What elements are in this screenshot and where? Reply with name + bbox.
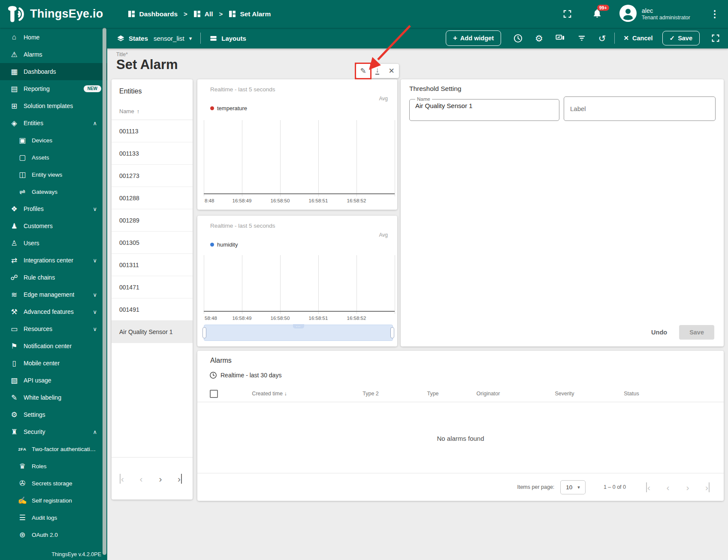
- entity-row[interactable]: 001273: [112, 165, 193, 187]
- alarms-timewindow[interactable]: Realtime - last 30 days: [209, 371, 281, 379]
- chart-legend[interactable]: temperature: [210, 105, 247, 111]
- save-dashboard-button[interactable]: ✓ Save: [662, 31, 700, 45]
- column-type-2[interactable]: Type 2: [362, 391, 379, 397]
- notifications-button[interactable]: 99+: [592, 8, 602, 20]
- states-control[interactable]: States sensor_list ▾: [117, 34, 192, 42]
- sidebar-item-oauth[interactable]: ⊛OAuth 2.0: [0, 526, 107, 543]
- chart-legend[interactable]: humidity: [210, 241, 238, 248]
- items-per-page-select[interactable]: 10 ▾: [560, 480, 586, 494]
- previous-page-button[interactable]: ‹: [663, 483, 673, 492]
- sidebar-item-home[interactable]: ⌂Home: [0, 29, 107, 46]
- column-severity[interactable]: Severity: [555, 391, 574, 397]
- column-created-time[interactable]: Created time ↓: [252, 391, 287, 397]
- first-page-button[interactable]: ‹: [117, 474, 127, 483]
- sidebar-item-gateways[interactable]: ⇌Gateways: [0, 183, 107, 200]
- version-history-button[interactable]: ↺: [598, 34, 606, 43]
- sidebar-item-reporting[interactable]: ▤ReportingNEW: [0, 80, 107, 97]
- sidebar-item-secrets-storage[interactable]: ✇Secrets storage: [0, 475, 107, 492]
- column-originator[interactable]: Originator: [477, 391, 500, 397]
- edge-management-icon: ≋: [9, 290, 20, 299]
- entity-row[interactable]: 001133: [112, 142, 193, 165]
- entity-row[interactable]: 001113: [112, 120, 193, 142]
- app-logo[interactable]: ThingsEye.io: [6, 5, 103, 23]
- x-tick: 16:58:51: [309, 316, 328, 321]
- save-threshold-button[interactable]: Save: [679, 325, 714, 340]
- avatar[interactable]: [619, 5, 637, 24]
- scrollbar-grip[interactable]: ⋯: [293, 324, 304, 328]
- next-page-button[interactable]: ›: [683, 483, 693, 492]
- sidebar-item-solution-templates[interactable]: ⊞Solution templates: [0, 97, 107, 114]
- sidebar-item-two-factor[interactable]: 2FATwo-factor authenticati…: [0, 440, 107, 458]
- sidebar-item-notification-center[interactable]: ⚑Notification center: [0, 337, 107, 355]
- select-all-checkbox[interactable]: [210, 390, 218, 398]
- sidebar-item-devices[interactable]: ▣Devices: [0, 132, 107, 149]
- sidebar-item-self-registration[interactable]: ✍Self registration: [0, 492, 107, 509]
- sidebar-item-roles[interactable]: ♛Roles: [0, 458, 107, 475]
- sidebar-item-dashboards[interactable]: ▦Dashboards: [0, 63, 107, 80]
- sidebar-item-profiles[interactable]: ❖Profiles∨: [0, 200, 107, 217]
- export-widget-button[interactable]: ↓: [370, 64, 384, 78]
- sidebar-item-alarms[interactable]: ⚠Alarms: [0, 46, 107, 63]
- sidebar-item-mobile-center[interactable]: ▯Mobile center: [0, 355, 107, 372]
- sidebar-scrollbar[interactable]: [103, 28, 106, 555]
- entity-row[interactable]: 001288: [112, 187, 193, 209]
- breadcrumb-set-alarm[interactable]: Set Alarm: [229, 10, 271, 18]
- sidebar-item-customers[interactable]: ♟Customers: [0, 217, 107, 235]
- entity-row[interactable]: 001491: [112, 298, 193, 321]
- time-range-scrollbar[interactable]: ⋯: [204, 325, 393, 341]
- fullscreen-button[interactable]: [562, 9, 572, 19]
- user-info[interactable]: alec Tenant administrator: [642, 7, 690, 21]
- cancel-button[interactable]: ✕ Cancel: [623, 34, 652, 42]
- page-title[interactable]: Set Alarm: [116, 57, 178, 72]
- column-status[interactable]: Status: [624, 391, 639, 397]
- entity-row[interactable]: 001311: [112, 254, 193, 276]
- sidebar-item-edge-management[interactable]: ≋Edge management∨: [0, 286, 107, 303]
- expand-dashboard-button[interactable]: [711, 33, 720, 43]
- first-page-button[interactable]: ‹: [643, 483, 653, 492]
- white-labeling-icon: ✎: [9, 393, 20, 402]
- dashboard-settings-button[interactable]: ⚙: [535, 34, 543, 43]
- sidebar-item-audit-logs[interactable]: ☰Audit logs: [0, 509, 107, 526]
- entity-row-selected[interactable]: Air Quality Sensor 1: [112, 321, 193, 343]
- sidebar-item-settings[interactable]: ⚙Settings: [0, 406, 107, 423]
- sidebar-item-white-labeling[interactable]: ✎White labeling: [0, 389, 107, 406]
- breadcrumb-dashboards[interactable]: Dashboards: [128, 10, 178, 18]
- sidebar-item-advanced-features[interactable]: ⚒Advanced features∨: [0, 303, 107, 320]
- layouts-button[interactable]: Layouts: [209, 34, 246, 42]
- timewindow-button[interactable]: [513, 33, 523, 43]
- name-input[interactable]: [415, 102, 553, 109]
- sidebar-item-api-usage[interactable]: ▧API usage: [0, 372, 107, 389]
- last-page-button[interactable]: ›: [175, 474, 185, 483]
- sidebar-item-assets[interactable]: ▢Assets: [0, 149, 107, 166]
- range-handle-right[interactable]: [390, 327, 394, 338]
- download-icon: ↓: [375, 67, 379, 74]
- sidebar-item-rule-chains[interactable]: ☍Rule chains: [0, 269, 107, 286]
- previous-page-button[interactable]: ‹: [136, 474, 146, 483]
- x-tick: 16:58:50: [271, 316, 290, 321]
- page-nav-buttons: ‹ ‹ › ›: [643, 483, 713, 492]
- add-widget-button[interactable]: + Add widget: [446, 30, 501, 46]
- sidebar-item-entities[interactable]: ◈Entities∧: [0, 114, 107, 132]
- entity-row[interactable]: 001289: [112, 209, 193, 232]
- dashboard-grid-icon: [193, 10, 201, 18]
- next-page-button[interactable]: ›: [155, 474, 166, 483]
- range-handle-left[interactable]: [202, 327, 206, 338]
- breadcrumb-all[interactable]: All: [193, 10, 213, 18]
- column-type[interactable]: Type: [427, 391, 438, 397]
- entity-aliases-button[interactable]: [555, 33, 565, 43]
- sidebar-item-security[interactable]: ♜Security∧: [0, 423, 107, 440]
- more-menu-button[interactable]: ⋮: [710, 9, 719, 20]
- label-input[interactable]: [570, 105, 709, 112]
- sidebar-item-users[interactable]: ♙Users: [0, 235, 107, 252]
- remove-widget-button[interactable]: ✕: [384, 64, 399, 78]
- history-icon: ↺: [598, 34, 606, 43]
- entity-row[interactable]: 001471: [112, 276, 193, 298]
- last-page-button[interactable]: ›: [702, 483, 713, 492]
- sidebar-item-resources[interactable]: ▭Resources∨: [0, 320, 107, 337]
- sidebar-item-integrations-center[interactable]: ⇄Integrations center∨: [0, 252, 107, 269]
- sidebar-item-entity-views[interactable]: ◫Entity views: [0, 166, 107, 183]
- entity-row[interactable]: 001305: [112, 232, 193, 254]
- undo-button[interactable]: Undo: [651, 329, 667, 336]
- entities-column-header[interactable]: Name ↑: [112, 103, 193, 120]
- filter-button[interactable]: [577, 33, 586, 43]
